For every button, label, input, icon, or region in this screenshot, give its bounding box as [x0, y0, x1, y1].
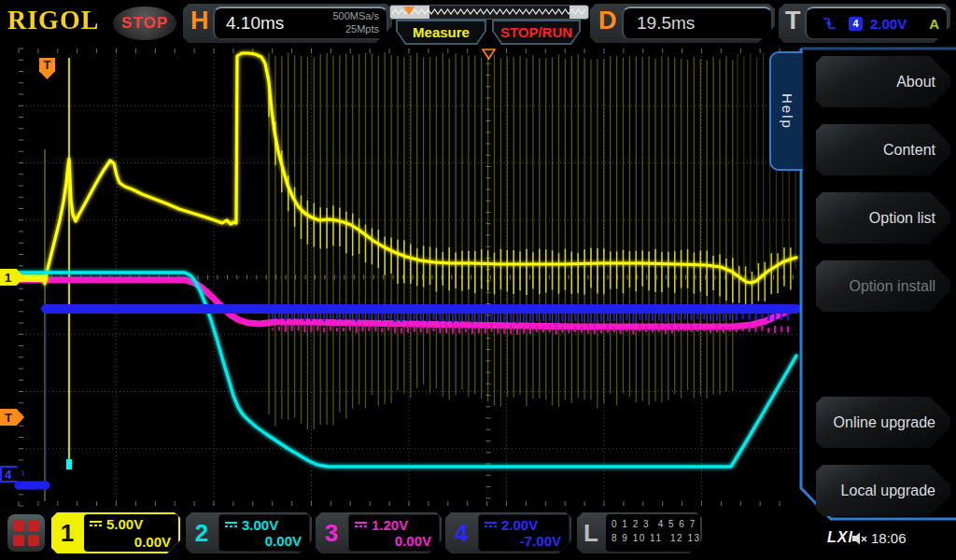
- channel-1-number: 1: [51, 512, 83, 553]
- channel-3-number: 3: [316, 512, 347, 553]
- tab-help-label: Help: [780, 93, 795, 130]
- channel-3-offset: 0.00V: [355, 533, 431, 549]
- menu-item-content[interactable]: Content: [816, 124, 950, 175]
- channel-2-offset: 0.00V: [225, 533, 302, 549]
- t-label: T: [785, 7, 801, 35]
- stop-run-button-label: STOP/RUN: [500, 24, 572, 40]
- dc-coupling-icon: [225, 522, 237, 529]
- channel-4-status-box[interactable]: 42.00V-7.00V: [445, 512, 571, 553]
- channel-4-number: 4: [445, 512, 477, 553]
- channel-2-scale: 3.00V: [242, 517, 278, 533]
- channel-2-values: 3.00V0.00V: [218, 514, 310, 552]
- trigger-panel: 4 2.00V A: [805, 7, 949, 40]
- menu-item-option-install[interactable]: Option install: [816, 260, 950, 312]
- menu-item-about[interactable]: About: [816, 56, 950, 107]
- menu-item-local-upgrade[interactable]: Local upgrade: [816, 465, 950, 516]
- waveform-position-bar[interactable]: [389, 5, 589, 20]
- digital-label: L: [577, 512, 605, 553]
- oscilloscope-screen: T 1T4 Help AboutContentOption listOption…: [0, 0, 956, 560]
- menu-item-option-list[interactable]: Option list: [816, 192, 950, 244]
- channel-4-values: 2.00V-7.00V: [478, 514, 569, 552]
- channel-1-values: 5.00V0.00V: [84, 514, 178, 552]
- lxi-logo: LXI: [827, 529, 853, 546]
- memory-depth: 25Mpts: [345, 23, 379, 35]
- dc-coupling-icon: [90, 521, 102, 528]
- dc-coupling-icon: [485, 522, 497, 529]
- channel-2-status-box[interactable]: 23.00V0.00V: [186, 512, 312, 553]
- menu-item-online-upgrade[interactable]: Online upgrade: [816, 397, 950, 448]
- channel-4-offset: -7.00V: [485, 533, 561, 549]
- h-label: H: [190, 7, 209, 35]
- delay-group[interactable]: D 19.5ms: [590, 4, 775, 43]
- channel-3-values: 1.20V0.00V: [348, 514, 440, 552]
- delay-value: 19.5ms: [624, 13, 695, 34]
- delay-panel: 19.5ms: [622, 7, 773, 40]
- menu-frame: [0, 0, 956, 560]
- acquisition-info: 500MSa/s 25Mpts: [332, 10, 387, 36]
- channel-3-status-box[interactable]: 31.20V0.00V: [316, 512, 442, 553]
- channel-4-scale: 2.00V: [501, 517, 538, 533]
- rigol-logo: RIGOL: [7, 5, 99, 36]
- speaker-muted-icon[interactable]: [851, 531, 868, 546]
- channel-2-number: 2: [186, 512, 218, 553]
- channel-1-scale: 5.00V: [106, 516, 143, 532]
- position-bar-zigzag: [390, 6, 586, 17]
- sample-rate: 500MSa/s: [332, 10, 379, 21]
- run-state-badge: STOP: [113, 7, 176, 40]
- trigger-sweep-mode: A: [929, 16, 939, 32]
- timebase-panel: 4.10ms 500MSa/s 25Mpts: [213, 7, 388, 40]
- stop-run-button[interactable]: STOP/RUN: [492, 20, 581, 45]
- digital-channels-box[interactable]: L0 1 2 3 4 5 6 7 8 9 10 11 12 13 14 15: [577, 512, 702, 553]
- trigger-position-marker[interactable]: [403, 7, 415, 15]
- trigger-source-badge: 4: [849, 17, 863, 31]
- measure-button-label: Measure: [413, 24, 470, 40]
- timebase-value: 4.10ms: [215, 13, 284, 34]
- falling-edge-icon: [822, 16, 837, 31]
- tab-help[interactable]: Help: [769, 51, 803, 171]
- measure-button[interactable]: Measure: [396, 20, 486, 45]
- dc-coupling-icon: [355, 522, 367, 529]
- trigger-group[interactable]: T 4 2.00V A: [779, 4, 950, 43]
- trigger-level-value: 2.00V: [870, 16, 907, 32]
- red-square-icon: [28, 520, 39, 531]
- clock: 18:06: [871, 530, 907, 546]
- quick-menu-button[interactable]: [7, 514, 45, 552]
- d-label: D: [598, 7, 617, 35]
- horizontal-group[interactable]: H 4.10ms 500MSa/s 25Mpts: [183, 4, 392, 43]
- channel-3-scale: 1.20V: [372, 517, 408, 533]
- red-square-icon: [13, 520, 24, 531]
- digital-channel-list: 0 1 2 3 4 5 6 7 8 9 10 11 12 13 14 15: [606, 514, 700, 552]
- channel-1-status-box[interactable]: 15.00V0.00V: [51, 512, 180, 553]
- red-square-icon: [13, 535, 24, 546]
- red-square-icon: [28, 535, 39, 546]
- run-state-label: STOP: [121, 14, 168, 33]
- channel-1-offset: 0.00V: [90, 534, 171, 550]
